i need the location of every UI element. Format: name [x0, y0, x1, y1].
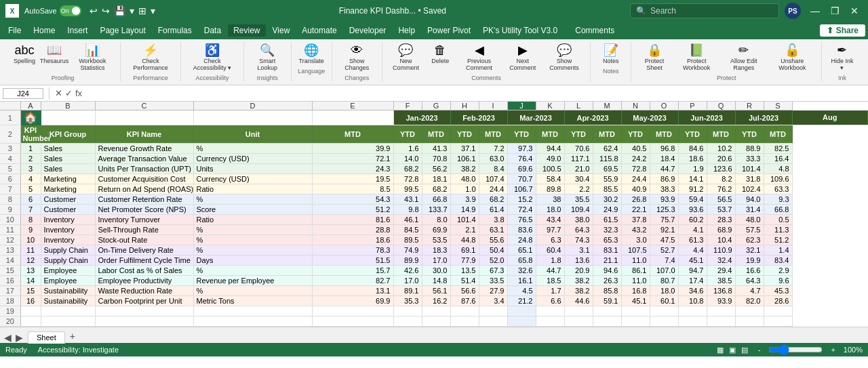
list-item[interactable]: 37.1	[450, 144, 479, 154]
smart-lookup-button[interactable]: 🔍 Smart Lookup	[250, 42, 285, 73]
list-item[interactable]: Supply Chain	[41, 245, 95, 255]
list-item[interactable]: Currency (USD)	[193, 154, 312, 164]
list-item[interactable]: 37.8	[621, 215, 650, 225]
list-item[interactable]: 69.5	[593, 164, 621, 174]
list-item[interactable]: 48.0	[735, 215, 764, 225]
list-item[interactable]: 2	[20, 154, 41, 164]
list-item[interactable]: 16.4	[764, 154, 792, 164]
list-item[interactable]: Units	[193, 164, 312, 174]
list-item[interactable]: 3.9	[450, 195, 479, 205]
list-item[interactable]: 76.2	[707, 184, 735, 195]
list-item[interactable]: Net Promoter Score (NPS)	[95, 205, 193, 215]
list-item[interactable]: 1	[20, 144, 41, 154]
list-item[interactable]: 24.8	[507, 235, 536, 245]
list-item[interactable]: 38.3	[650, 184, 678, 195]
list-item[interactable]: 49.0	[536, 154, 564, 164]
list-item[interactable]: 88.9	[735, 144, 764, 154]
list-item[interactable]	[536, 306, 564, 316]
list-item[interactable]: 7	[20, 205, 41, 215]
list-item[interactable]: 44.8	[450, 235, 479, 245]
list-item[interactable]: Employee Productivity	[95, 276, 193, 286]
list-item[interactable]: Inventory Turnover	[95, 215, 193, 225]
list-item[interactable]: 69.9	[422, 225, 450, 235]
autosave-toggle[interactable]: On	[60, 5, 81, 16]
list-item[interactable]: 28.8	[312, 225, 393, 235]
list-item[interactable]: 0.5	[764, 215, 792, 225]
list-item[interactable]	[707, 316, 735, 327]
list-item[interactable]: Sell-Through Rate	[95, 225, 193, 235]
list-item[interactable]: 4.5	[507, 286, 536, 296]
list-item[interactable]: %	[193, 235, 312, 245]
next-comment-button[interactable]: ▶ Next Comment	[505, 42, 541, 73]
list-item[interactable]: 99.5	[393, 184, 422, 195]
formula-input[interactable]	[85, 89, 865, 98]
list-item[interactable]: 11.0	[621, 255, 650, 266]
list-item[interactable]: Units Per Transaction (UPT)	[95, 164, 193, 174]
list-item[interactable]: 45.3	[764, 286, 792, 296]
save-icon[interactable]: 💾	[114, 5, 125, 16]
list-item[interactable]: 26.3	[593, 276, 621, 286]
list-item[interactable]: 51.4	[450, 276, 479, 286]
list-item[interactable]: Inventory	[41, 225, 95, 235]
list-item[interactable]	[479, 306, 507, 316]
menu-file[interactable]: File	[3, 24, 26, 37]
list-item[interactable]	[621, 316, 650, 327]
list-item[interactable]: 33.5	[479, 276, 507, 286]
list-item[interactable]: 8.5	[312, 184, 393, 195]
list-item[interactable]: Supply Chain	[41, 255, 95, 266]
more2-icon[interactable]: ▾	[151, 5, 155, 16]
list-item[interactable]: Marketing	[41, 184, 95, 195]
list-item[interactable]: 18.6	[312, 235, 393, 245]
list-item[interactable]: Customer	[41, 195, 95, 205]
list-item[interactable]: 110.9	[707, 245, 735, 255]
list-item[interactable]: 3.4	[479, 296, 507, 306]
list-item[interactable]: 74.3	[564, 235, 593, 245]
list-item[interactable]: 15	[20, 286, 41, 296]
view-page-break-button[interactable]: ▤	[739, 345, 750, 355]
list-item[interactable]: 64.3	[564, 225, 593, 235]
list-item[interactable]: 96.8	[650, 144, 678, 154]
list-item[interactable]: Inventory	[41, 215, 95, 225]
list-item[interactable]: 4.7	[735, 286, 764, 296]
list-item[interactable]: 66.8	[422, 195, 450, 205]
menu-power-pivot[interactable]: Power Pivot	[422, 24, 476, 37]
list-item[interactable]: 78.3	[312, 245, 393, 255]
list-item[interactable]: 83.6	[507, 225, 536, 235]
list-item[interactable]: 14.8	[422, 276, 450, 286]
list-item[interactable]: 7.4	[650, 255, 678, 266]
list-item[interactable]	[95, 316, 193, 327]
col-header-r[interactable]: R	[735, 102, 764, 110]
list-item[interactable]: 61.4	[479, 205, 507, 215]
unshare-workbook-button[interactable]: 🔓 Unshare Workbook	[769, 42, 816, 73]
list-item[interactable]: 61.5	[593, 215, 621, 225]
list-item[interactable]	[650, 306, 678, 316]
list-item[interactable]: 60.1	[650, 296, 678, 306]
list-item[interactable]: Waste Reduction Rate	[95, 286, 193, 296]
list-item[interactable]: 3.1	[564, 245, 593, 255]
list-item[interactable]: 51.5	[312, 255, 393, 266]
list-item[interactable]: 89.9	[393, 255, 422, 266]
list-item[interactable]: 52.7	[650, 245, 678, 255]
list-item[interactable]: 117.1	[564, 154, 593, 164]
list-item[interactable]: 133.7	[422, 205, 450, 215]
list-item[interactable]: 33.3	[735, 154, 764, 164]
list-item[interactable]: 5	[20, 184, 41, 195]
list-item[interactable]: 12	[20, 255, 41, 266]
list-item[interactable]: 18.1	[422, 174, 450, 184]
spelling-button[interactable]: abc Spelling	[11, 42, 38, 66]
list-item[interactable]: 84.5	[393, 225, 422, 235]
list-item[interactable]: 13.5	[450, 266, 479, 276]
list-item[interactable]: 11.3	[764, 225, 792, 235]
list-item[interactable]: 30.2	[593, 195, 621, 205]
grid-container[interactable]: A B C D E F G H I J K L M N O P Q	[0, 102, 868, 327]
list-item[interactable]: 45.1	[678, 255, 707, 266]
list-item[interactable]: 1.4	[764, 245, 792, 255]
list-item[interactable]: 69.6	[507, 164, 536, 174]
list-item[interactable]: 65.1	[507, 245, 536, 255]
list-item[interactable]: 38.2	[564, 286, 593, 296]
list-item[interactable]: 53.5	[422, 235, 450, 245]
list-item[interactable]: 55.6	[479, 235, 507, 245]
list-item[interactable]: 1.0	[450, 184, 479, 195]
col-header-e[interactable]: E	[312, 102, 393, 110]
thesaurus-button[interactable]: 📖 Thesaurus	[41, 42, 68, 66]
